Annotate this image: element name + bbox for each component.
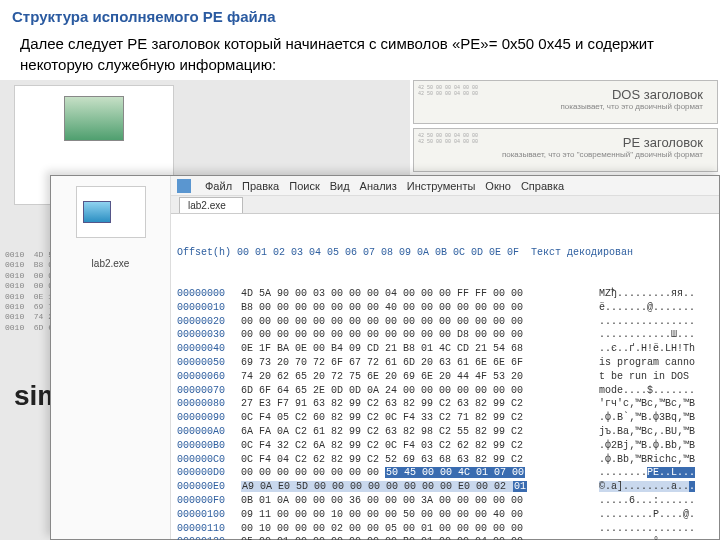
menu-edit[interactable]: Правка [242,180,279,192]
menu-search[interactable]: Поиск [289,180,319,192]
menu-bar: Файл Правка Поиск Вид Анализ Инструменты… [171,176,719,196]
menu-window[interactable]: Окно [485,180,511,192]
hex-row[interactable]: 000000A06A FA 0A C2 61 82 99 C2 63 82 98… [177,425,713,439]
editor-main-area: Файл Правка Поиск Вид Анализ Инструменты… [171,176,719,539]
hex-row[interactable]: 000000900C F4 05 C2 60 82 99 C2 0C F4 33… [177,411,713,425]
menu-view[interactable]: Вид [330,180,350,192]
dos-box-sub: показывает, что это двоичный формат [414,102,717,111]
hex-row[interactable]: 000000E0A9 0A E0 5D 00 00 00 00 00 00 00… [177,480,713,494]
hex-editor-window: lab2.exe Файл Правка Поиск Вид Анализ Ин… [50,175,720,540]
editor-sidebar: lab2.exe [51,176,171,539]
hex-row[interactable]: 0000011000 10 00 00 00 02 00 00 05 00 01… [177,522,713,536]
hex-row[interactable]: 000000C00C F4 04 C2 62 82 99 C2 52 69 63… [177,453,713,467]
dos-header-box: 42 50 00 00 04 00 00 42 50 00 00 04 00 0… [413,80,718,124]
hex-row[interactable]: 000000706D 6F 64 65 2E 0D 0D 0A 24 00 00… [177,384,713,398]
menu-analysis[interactable]: Анализ [360,180,397,192]
dos-side-hex: 42 50 00 00 04 00 00 42 50 00 00 04 00 0… [418,85,478,97]
hex-row[interactable]: 000000D000 00 00 00 00 00 00 00 50 45 00… [177,466,713,480]
hex-row[interactable]: 0000006074 20 62 65 20 72 75 6E 20 69 6E… [177,370,713,384]
menu-help[interactable]: Справка [521,180,564,192]
sidebar-file-label: lab2.exe [51,258,170,269]
hex-row[interactable]: 0000008027 E3 F7 91 63 82 99 C2 63 82 99… [177,397,713,411]
hex-row[interactable]: 000000400E 1F BA 0E 00 B4 09 CD 21 B8 01… [177,342,713,356]
app-icon [177,179,191,193]
slide-title: Структура исполняемого PE файла [0,0,720,29]
menu-file[interactable]: Файл [205,180,232,192]
hex-view[interactable]: Offset(h) 00 01 02 03 04 05 06 07 08 09 … [171,214,719,540]
hex-header-row: Offset(h) 00 01 02 03 04 05 06 07 08 09 … [177,246,713,260]
hex-row[interactable]: 000000F00B 01 0A 00 00 00 36 00 00 00 3A… [177,494,713,508]
menu-tools[interactable]: Инструменты [407,180,476,192]
hex-row[interactable]: 0000002000 00 00 00 00 00 00 00 00 00 00… [177,315,713,329]
file-tab[interactable]: lab2.exe [179,197,243,213]
pe-header-box: 42 50 00 00 04 00 00 42 50 00 00 04 00 0… [413,128,718,172]
pe-side-hex: 42 50 00 00 04 00 00 42 50 00 00 04 00 0… [418,133,478,145]
hex-row[interactable]: 0000005069 73 20 70 72 6F 67 72 61 6D 20… [177,356,713,370]
file-thumbnail [64,96,124,141]
hex-row[interactable]: 0000012005 00 01 00 00 00 00 00 00 B0 01… [177,535,713,540]
file-preview [76,186,146,238]
pe-box-sub: показывает, что это "современный" двоичн… [414,150,717,159]
hex-row[interactable]: 0000010009 11 00 00 00 10 00 00 00 50 00… [177,508,713,522]
slide-body-text: Далее следует PE заголовок который начин… [0,29,720,85]
hex-row[interactable]: 000000004D 5A 90 00 03 00 00 00 04 00 00… [177,287,713,301]
tab-bar: lab2.exe [171,196,719,214]
hex-row[interactable]: 0000003000 00 00 00 00 00 00 00 00 00 00… [177,328,713,342]
file-preview-icon [83,201,111,223]
hex-row[interactable]: 00000010B8 00 00 00 00 00 00 00 40 00 00… [177,301,713,315]
hex-row[interactable]: 000000B00C F4 32 C2 6A 82 99 C2 0C F4 03… [177,439,713,453]
